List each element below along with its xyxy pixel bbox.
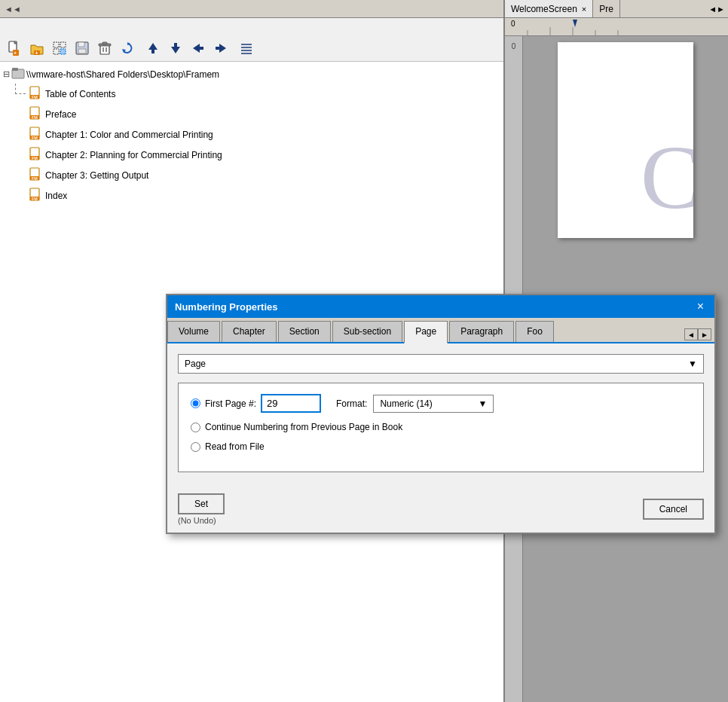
dialog-body: Page ▼ First Page #: Format: Numeric (14… (167, 343, 714, 493)
set-button[interactable]: Set (178, 493, 225, 514)
dialog-tab-paragraph[interactable]: Paragraph (449, 321, 514, 342)
radio-row-first-page: First Page #: Format: Numeric (14) ▼ (191, 394, 691, 413)
dialog-tab-section[interactable]: Section (278, 321, 331, 342)
first-page-radio-label: First Page #: (205, 398, 256, 409)
dialog-dropdown-row: Page ▼ (178, 354, 704, 374)
dialog-tab-next-button[interactable]: ► (698, 328, 711, 340)
first-page-number-input[interactable] (261, 394, 321, 413)
dialog-close-button[interactable]: × (694, 300, 707, 313)
read-from-file-radio-label: Read from File (205, 441, 265, 452)
continue-numbering-radio[interactable] (191, 423, 200, 432)
read-from-file-radio[interactable] (191, 442, 200, 452)
dialog-title-bar: Numbering Properties × (167, 295, 714, 318)
format-dropdown-arrow-icon: ▼ (478, 398, 487, 409)
app-window: ◄◄ Press.book ≡ + + (0, 0, 728, 702)
dialog-tab-page[interactable]: Page (404, 321, 448, 343)
dialog-tab-foo[interactable]: Foo (515, 321, 554, 342)
cancel-button[interactable]: Cancel (643, 499, 704, 520)
format-label: Format: (336, 398, 367, 409)
dialog-footer-left: Set (No Undo) (178, 493, 225, 525)
dialog-tab-chapter[interactable]: Chapter (222, 321, 277, 342)
dialog-options-area: First Page #: Format: Numeric (14) ▼ Con… (178, 383, 704, 472)
dialog-dropdown-arrow-icon: ▼ (688, 359, 697, 369)
format-value: Numeric (14) (380, 398, 432, 409)
dialog-title: Numbering Properties (175, 301, 278, 313)
dialog-footer: Set (No Undo) Cancel (167, 493, 714, 533)
dialog-tab-prev-button[interactable]: ◄ (684, 328, 698, 340)
radio-row-read-file: Read from File (191, 441, 691, 452)
dialog-tab-nav: ◄ ► (684, 318, 711, 340)
dialog-tab-subsection[interactable]: Sub-section (332, 321, 402, 342)
dialog-overlay: Numbering Properties × Volume Chapter Se… (0, 0, 728, 702)
dialog-tab-volume[interactable]: Volume (167, 321, 220, 342)
radio-row-continue: Continue Numbering from Previous Page in… (191, 422, 691, 432)
no-undo-label: (No Undo) (178, 516, 225, 525)
dialog-tabs: Volume Chapter Section Sub-section Page … (167, 318, 714, 343)
first-page-radio[interactable] (191, 398, 200, 408)
dialog-type-dropdown[interactable]: Page ▼ (178, 354, 704, 374)
continue-numbering-radio-label: Continue Numbering from Previous Page in… (205, 422, 402, 432)
dialog-dropdown-label: Page (185, 359, 206, 369)
format-dropdown[interactable]: Numeric (14) ▼ (373, 395, 494, 413)
numbering-properties-dialog: Numbering Properties × Volume Chapter Se… (166, 294, 716, 534)
